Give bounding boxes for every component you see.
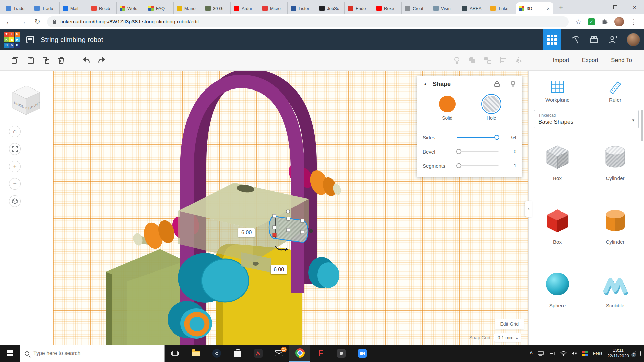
segments-slider[interactable] [457,165,499,166]
new-tab-button[interactable]: + [555,2,567,13]
taskbar-search[interactable] [20,345,165,362]
import-button[interactable]: Import [548,54,574,66]
browser-tab[interactable]: Vism [430,2,459,14]
bricks-icon[interactable] [589,35,599,45]
slider-knob[interactable] [456,149,461,154]
shape-tile-box-hole[interactable]: Box [529,138,586,202]
slider-knob[interactable] [456,163,461,168]
tray-expand-icon[interactable]: ^ [530,351,533,356]
browser-tab[interactable]: Mail [60,2,88,14]
zoom-in-button[interactable]: + [9,161,21,172]
file-explorer-button[interactable] [185,345,206,362]
view-cube[interactable]: FRONT RIGHT [9,83,44,116]
browser-tab[interactable]: Mario [174,2,202,14]
ruler-tool[interactable]: Ruler [586,79,644,103]
material-hole-option[interactable]: Hole [483,96,500,121]
display-icon[interactable] [538,351,544,356]
slider-knob[interactable] [494,135,499,140]
browser-tab[interactable]: Welc [117,2,145,14]
clock[interactable]: 13:11 22/11/2020 [607,348,629,359]
browser-tab[interactable]: Tinke [487,2,516,14]
show-all-bulb-icon[interactable] [449,54,465,67]
shape-tile-sphere[interactable]: Sphere [529,266,586,329]
browser-profile-avatar[interactable] [614,17,624,26]
browser-tab[interactable]: 30 Gr [202,2,231,14]
visibility-bulb-icon[interactable] [510,81,516,88]
browser-tab[interactable]: JobSc [316,2,345,14]
tray-app-icon[interactable] [582,351,588,356]
dark-app-button[interactable] [331,345,352,362]
shape-category-dropdown[interactable]: Tinkercad Basic Shapes ▾ [534,110,639,128]
extensions-puzzle-icon[interactable] [600,18,609,26]
paste-icon[interactable] [23,54,38,67]
shape-tile-box-red[interactable]: Box [529,202,586,266]
browser-tab[interactable]: FAQ [145,2,174,14]
perspective-toggle-button[interactable] [9,195,21,207]
shape-tile-cylinder-orange[interactable]: Cylinder [586,202,644,266]
delete-icon[interactable] [54,54,69,67]
ungroup-icon[interactable] [480,54,495,67]
forward-icon[interactable]: → [19,18,28,26]
redo-icon[interactable] [94,54,109,67]
game-app-button[interactable] [248,345,269,362]
action-center-button[interactable]: 7 [634,350,641,357]
browser-tab[interactable]: 3D× [516,2,553,14]
language-indicator[interactable]: ENG [593,351,602,356]
bookmark-star-icon[interactable]: ☆ [574,18,583,26]
url-bar[interactable]: tinkercad.com/things/8W1ZIl3p38J-string-… [47,16,569,27]
mail-app-button[interactable]: 20 [269,345,289,362]
material-solid-option[interactable]: Solid [439,96,456,121]
steam-button[interactable] [206,345,227,362]
browser-tab[interactable]: Lister [288,2,316,14]
align-icon[interactable] [495,54,511,67]
panel-collapse-icon[interactable]: ▲ [423,82,427,86]
browser-tab[interactable]: Ardui [231,2,259,14]
chrome-button[interactable] [289,345,310,362]
3d-canvas[interactable]: 6.00 6.00 ▲ Shape Solid [53,71,528,345]
window-minimize-button[interactable] [587,0,606,14]
browser-tab[interactable]: Roxe [373,2,402,14]
wifi-icon[interactable] [560,351,567,356]
browser-tab[interactable]: Micro [259,2,288,14]
search-input[interactable] [33,350,160,356]
edit-grid-button[interactable]: Edit Grid [495,319,524,329]
video-app-button[interactable] [352,345,373,362]
workplane-tool[interactable]: Workplane [529,79,586,103]
shape-tile-cylinder-hole[interactable]: Cylinder [586,138,644,202]
tinkercad-logo[interactable]: T I N K E R C A D [4,32,20,48]
copy-icon[interactable] [7,54,23,67]
export-button[interactable]: Export [577,54,603,66]
user-avatar[interactable] [627,33,640,46]
sidebar-collapse-button[interactable]: › [525,201,532,217]
battery-icon[interactable] [549,352,555,355]
start-button[interactable] [0,345,20,362]
view-3d-button[interactable] [543,29,561,50]
home-view-button[interactable]: ⌂ [9,126,21,137]
browser-tab[interactable]: Tradu [31,2,60,14]
shape-tile-scribble[interactable]: Scribble [586,266,644,329]
browser-tab[interactable]: Recib [88,2,117,14]
duplicate-icon[interactable] [38,54,54,67]
colla­borate-person-icon[interactable] [608,35,618,45]
lock-icon[interactable] [494,81,500,87]
send-to-button[interactable]: Send To [606,54,637,66]
browser-tab[interactable]: Ende [345,2,373,14]
extension-check-icon[interactable]: ✓ [588,18,595,25]
undo-icon[interactable] [78,54,94,67]
zoom-out-button[interactable]: − [9,178,21,190]
sides-slider[interactable] [457,137,499,138]
dimension-input[interactable]: 6.00 [238,228,255,237]
tab-close-icon[interactable]: × [546,6,550,11]
refresh-icon[interactable]: ↻ [33,18,42,26]
fit-view-button[interactable] [9,143,21,155]
volume-icon[interactable] [572,351,577,356]
browser-tab[interactable]: AREA [459,2,487,14]
back-icon[interactable]: ← [5,18,13,26]
window-maximize-button[interactable] [606,0,625,14]
store-button[interactable] [227,345,248,362]
f-app-button[interactable]: F [310,345,331,362]
blocks-pickaxe-icon[interactable] [570,35,580,45]
browser-menu-icon[interactable]: ⋮ [629,18,638,26]
task-view-button[interactable] [165,345,185,362]
browser-tab[interactable]: Creat [402,2,430,14]
